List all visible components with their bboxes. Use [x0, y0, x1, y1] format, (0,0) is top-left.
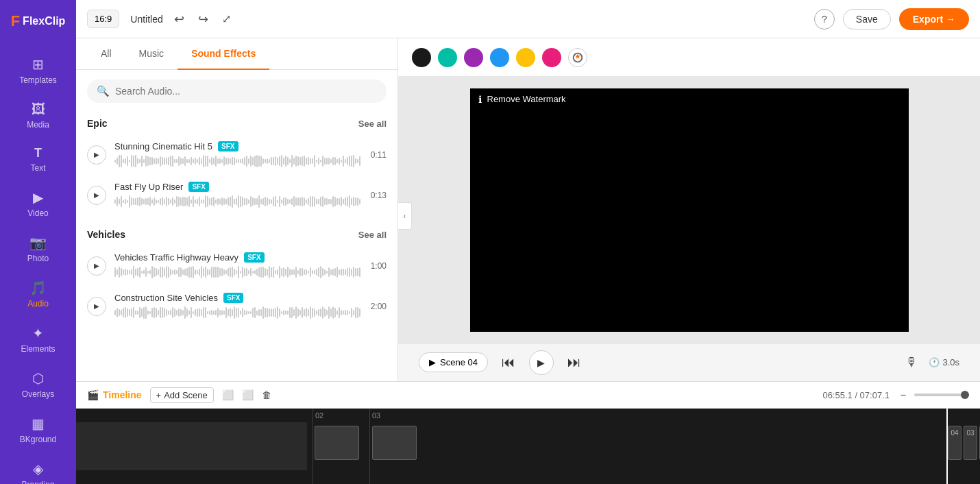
info-icon: ℹ — [478, 94, 482, 105]
color-black[interactable] — [412, 48, 431, 67]
search-input[interactable] — [115, 86, 377, 97]
delete-button[interactable]: 🗑 — [262, 389, 271, 400]
list-item[interactable]: ▶ Vehicles Traffic Highway Heavy SFX doc… — [76, 245, 397, 286]
track-label-03: 03 — [372, 411, 380, 420]
vehicles-see-all[interactable]: See all — [358, 230, 387, 240]
sfx-badge: SFX — [223, 293, 243, 303]
redo-button[interactable]: ↪ — [195, 9, 211, 29]
track-marker-03 — [369, 409, 370, 484]
vehicles-title: Vehicles — [87, 229, 125, 240]
help-button[interactable]: ? — [814, 9, 835, 29]
sidebar-item-overlays[interactable]: ⬡ Overlays — [0, 362, 76, 407]
playback-controls: ▶ Scene 04 ⏮ ▶ ⏭ 🎙 🕐 3.0s — [398, 343, 980, 381]
track-label-02: 02 — [315, 411, 323, 420]
zoom-slider[interactable] — [914, 394, 969, 396]
sidebar-item-elements[interactable]: ✦ Elements — [0, 317, 76, 362]
play-button-cinematic[interactable]: ▶ — [87, 145, 106, 165]
copy-icon: ⬜ — [242, 389, 254, 400]
export-button[interactable]: Export → — [899, 8, 969, 30]
track-segment-02[interactable] — [315, 426, 359, 460]
timeline-time: 06:55.1 / 07:07.1 — [822, 390, 890, 400]
video-container: ℹ Remove Watermark — [470, 88, 909, 332]
aspect-ratio-button[interactable]: 16:9 — [87, 10, 119, 28]
color-purple[interactable] — [464, 48, 483, 67]
track-marker-02 — [313, 409, 313, 484]
audio-duration: 2:00 — [371, 302, 387, 311]
sidebar-item-video[interactable]: ▶ Video — [0, 181, 76, 226]
timeline-bar: 🎬 Timeline + Add Scene ⬜ ⬜ 🗑 06:55.1 / 0… — [76, 381, 980, 409]
audio-info: Construction Site Vehicles SFX document.… — [114, 293, 363, 319]
color-blue[interactable] — [490, 48, 509, 67]
color-pink[interactable] — [542, 48, 561, 67]
topbar: 16:9 Untitled ↩ ↪ ⤢ ? Save Export → — [76, 0, 980, 38]
zoom-thumb — [961, 391, 969, 399]
app-logo: F FlexClip — [11, 7, 66, 36]
play-pause-button[interactable]: ▶ — [529, 350, 554, 375]
color-yellow[interactable] — [516, 48, 535, 67]
play-button-highway[interactable]: ▶ — [87, 256, 106, 276]
color-palette — [398, 38, 980, 77]
text-icon: T — [34, 146, 42, 160]
list-item[interactable]: ▶ Stunning Cinematic Hit 5 SFX document.… — [76, 134, 397, 175]
time-display: 🕐 3.0s — [929, 357, 959, 367]
fullscreen-button[interactable]: ⤢ — [219, 10, 234, 28]
zoom-out-button[interactable]: － — [898, 388, 909, 402]
tab-sound-effects[interactable]: Sound Effects — [177, 38, 269, 70]
audio-icon: 🎵 — [29, 280, 47, 296]
sidebar-item-text[interactable]: T Text — [0, 138, 76, 181]
trash-icon: 🗑 — [262, 389, 271, 400]
play-button-riser[interactable]: ▶ — [87, 186, 106, 205]
track-segment-03[interactable] — [372, 426, 417, 460]
play-button-construction[interactable]: ▶ — [87, 297, 106, 316]
sidebar-item-audio[interactable]: 🎵 Audio — [0, 271, 76, 317]
track-segment-e1[interactable]: 04 — [948, 426, 961, 460]
watermark-text: Remove Watermark — [487, 94, 566, 104]
audio-title: Construction Site Vehicles — [114, 293, 218, 303]
sidebar-item-label: Photo — [27, 254, 49, 263]
sidebar-item-branding[interactable]: ◈ Branding — [0, 452, 76, 484]
list-item[interactable]: ▶ Fast Fly Up Riser SFX document.write(A… — [76, 175, 397, 215]
undo-button[interactable]: ↩ — [171, 9, 187, 29]
watermark-bar: ℹ Remove Watermark — [470, 88, 909, 110]
media-icon: 🖼 — [32, 101, 45, 117]
color-teal[interactable] — [438, 48, 457, 67]
audio-info: Stunning Cinematic Hit 5 SFX document.wr… — [114, 141, 363, 168]
timeline-track[interactable]: 02 03 04 03 04 05 — [76, 409, 980, 484]
sidebar-item-photo[interactable]: 📷 Photo — [0, 226, 76, 271]
skip-forward-button[interactable]: ⏭ — [565, 352, 584, 373]
scene-button[interactable]: ▶ Scene 04 — [419, 352, 488, 372]
sidebar-item-templates[interactable]: ⊞ Templates — [0, 48, 76, 93]
tab-all[interactable]: All — [87, 38, 125, 70]
split-button[interactable]: ⬜ — [222, 389, 234, 400]
track-segment-e2[interactable]: 03 — [964, 426, 977, 460]
tab-music[interactable]: Music — [125, 38, 178, 70]
waveform: document.write(Array.from({length:120}, … — [114, 154, 363, 168]
more-colors-button[interactable] — [568, 48, 587, 67]
timeline-text: Timeline — [103, 389, 142, 400]
microphone-button[interactable]: 🎙 — [905, 355, 918, 370]
sidebar-item-media[interactable]: 🖼 Media — [0, 93, 76, 138]
track-segment-main[interactable] — [76, 422, 307, 470]
sidebar-item-label: Text — [30, 163, 45, 173]
waveform: document.write(Array.from({length:120}, … — [114, 195, 363, 208]
list-item[interactable]: ▶ Construction Site Vehicles SFX documen… — [76, 286, 397, 326]
audio-duration: 1:00 — [371, 261, 387, 271]
copy-button[interactable]: ⬜ — [242, 389, 254, 400]
time-value: 3.0s — [942, 357, 959, 367]
waveform: document.write(Array.from({length:120}, … — [114, 265, 363, 279]
photo-icon: 📷 — [29, 234, 47, 251]
sidebar-item-label: Media — [27, 120, 49, 130]
audio-title: Vehicles Traffic Highway Heavy — [114, 252, 238, 263]
epic-section-header: Epic See all — [76, 112, 397, 134]
branding-icon: ◈ — [33, 461, 43, 477]
sidebar-item-label: Branding — [21, 480, 54, 484]
skip-back-button[interactable]: ⏮ — [499, 352, 518, 373]
sidebar-item-label: BKground — [20, 435, 56, 444]
add-scene-button[interactable]: + Add Scene — [150, 387, 214, 403]
save-button[interactable]: Save — [843, 9, 891, 29]
audio-duration: 0:11 — [371, 150, 387, 160]
epic-see-all[interactable]: See all — [358, 119, 387, 129]
panel-collapse-button[interactable]: ‹ — [398, 202, 412, 230]
video-preview[interactable] — [470, 88, 909, 332]
sidebar-item-bkground[interactable]: ▦ BKground — [0, 407, 76, 452]
